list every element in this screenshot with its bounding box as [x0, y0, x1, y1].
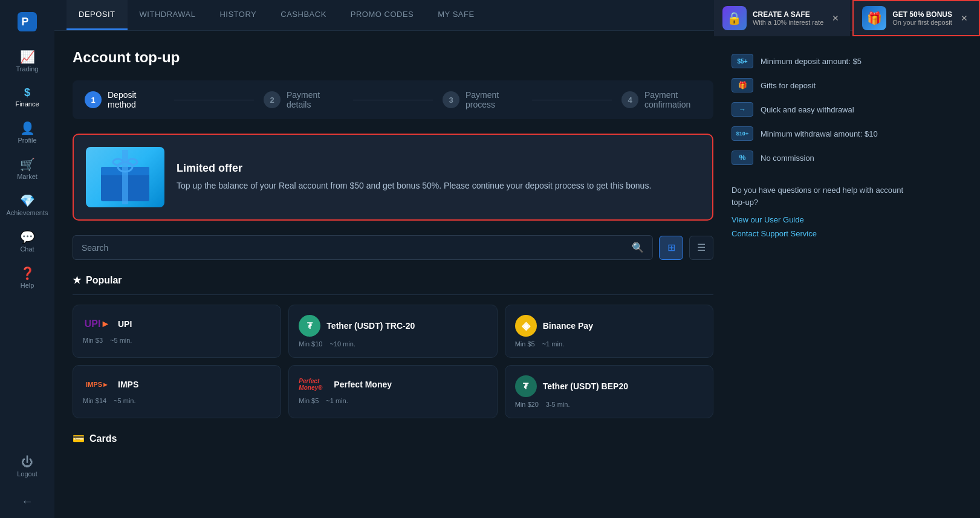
- upi-meta: Min $3 ~5 min.: [83, 337, 271, 344]
- cards-label: Cards: [89, 433, 117, 444]
- tab-promo-codes[interactable]: PROMO CODES: [339, 0, 426, 30]
- tether-bep20-name: Tether (USDT) BEP20: [543, 381, 628, 391]
- feature-gifts: 🎁 Gifts for deposit: [732, 73, 907, 97]
- method-card-upi[interactable]: UPI► UPI Min $3 ~5 min.: [73, 305, 281, 358]
- collapse-sidebar-button[interactable]: ←: [0, 485, 54, 518]
- step-4: 4 Payment confirmation: [621, 90, 701, 109]
- create-safe-notification[interactable]: 🔒 CREATE A SAFE With a 10% interest rate…: [714, 0, 850, 36]
- support-link[interactable]: Contact Support Service: [732, 229, 907, 238]
- tether-trc20-meta: Min $10 ~10 min.: [299, 340, 487, 348]
- min-withdrawal-icon: $10+: [732, 126, 753, 141]
- sidebar-item-achievements[interactable]: 💎 Achievements: [0, 187, 54, 224]
- perfect-money-logo: Perfect Money®: [299, 375, 328, 393]
- achievements-icon: 💎: [20, 195, 35, 207]
- quick-withdrawal-icon: →: [732, 102, 753, 117]
- bonus-text: GET 50% BONUS On your first deposit: [892, 10, 952, 26]
- close-bonus-button[interactable]: ✕: [958, 12, 970, 24]
- left-content: Account top-up 1 Deposit method 2 Paymen…: [73, 49, 713, 444]
- sidebar-label-help: Help: [21, 282, 34, 289]
- user-guide-link[interactable]: View our User Guide: [732, 215, 907, 224]
- bonus-icon: 🎁: [862, 6, 886, 30]
- sidebar-item-chat[interactable]: 💬 Chat: [0, 224, 54, 260]
- step-2-number: 2: [264, 91, 281, 108]
- offer-banner[interactable]: Limited offer Top up the balance of your…: [73, 134, 713, 221]
- top-notifications-bar: 🔒 CREATE A SAFE With a 10% interest rate…: [714, 0, 980, 36]
- feature-no-commission: % No commission: [732, 146, 907, 170]
- cards-section-title: 💳 Cards: [73, 433, 713, 444]
- sidebar-label-market: Market: [17, 173, 37, 180]
- sidebar-item-market[interactable]: 🛒 Market: [0, 151, 54, 187]
- profile-icon: 👤: [20, 122, 35, 134]
- tether-bep20-meta: Min $20 3-5 min.: [515, 401, 703, 408]
- method-card-binance[interactable]: ◈ Binance Pay Min $5 ~1 min.: [505, 305, 713, 358]
- search-input[interactable]: [82, 243, 626, 253]
- bonus-title: GET 50% BONUS: [892, 10, 952, 19]
- tab-history[interactable]: HISTORY: [207, 0, 268, 30]
- tether-bep20-min: Min $20: [515, 401, 539, 408]
- tether-trc20-logo: ₮: [299, 315, 320, 337]
- feature-min-deposit-label: Minimum deposit amount: $5: [761, 57, 862, 66]
- chat-icon: 💬: [20, 231, 35, 243]
- close-safe-button[interactable]: ✕: [829, 12, 842, 24]
- upi-name: UPI: [118, 319, 132, 329]
- imps-name: IMPS: [118, 380, 138, 389]
- method-card-tether-bep20[interactable]: ₮ Tether (USDT) BEP20 Min $20 3-5 min.: [505, 365, 713, 418]
- feature-gifts-label: Gifts for deposit: [761, 81, 816, 90]
- no-commission-icon: %: [732, 151, 753, 165]
- tether-trc20-time: ~10 min.: [329, 340, 355, 348]
- grid-view-button[interactable]: ⊞: [659, 236, 683, 260]
- upi-time: ~5 min.: [110, 337, 132, 344]
- sidebar-item-help[interactable]: ❓ Help: [0, 260, 54, 296]
- search-icon: 🔍: [632, 242, 644, 253]
- perfect-money-time: ~1 min.: [326, 397, 348, 404]
- binance-meta: Min $5 ~1 min.: [515, 340, 703, 348]
- sidebar-label-finance: Finance: [15, 100, 39, 108]
- create-safe-text: CREATE A SAFE With a 10% interest rate: [753, 10, 823, 26]
- popular-divider: [73, 294, 713, 295]
- payment-methods-grid: UPI► UPI Min $3 ~5 min. ₮ Tether (USDT) …: [73, 305, 713, 418]
- offer-title: Limited offer: [177, 162, 651, 175]
- step-divider-2: [353, 100, 433, 100]
- upi-logo: UPI►: [83, 315, 112, 333]
- method-perfect-header: Perfect Money® Perfect Money: [299, 375, 487, 393]
- step-divider-3: [532, 100, 612, 100]
- feature-min-withdrawal: $10+ Minimum withdrawal amount: $10: [732, 121, 907, 146]
- method-card-perfect-money[interactable]: Perfect Money® Perfect Money Min $5 ~1 m…: [288, 365, 497, 418]
- sidebar-item-logout[interactable]: ⏻ Logout: [0, 448, 54, 485]
- sidebar-item-profile[interactable]: 👤 Profile: [0, 115, 54, 151]
- method-card-tether-trc20[interactable]: ₮ Tether (USDT) TRC-20 Min $10 ~10 min.: [288, 305, 497, 358]
- imps-logo: IMPS►: [83, 375, 112, 393]
- market-icon: 🛒: [20, 158, 35, 170]
- method-card-imps[interactable]: IMPS► IMPS Min $14 ~5 min.: [73, 365, 281, 418]
- method-tether-bep-header: ₮ Tether (USDT) BEP20: [515, 375, 703, 397]
- tab-deposit[interactable]: DEPOSIT: [67, 0, 128, 30]
- right-panel: $5+ Minimum deposit amount: $5 🎁 Gifts f…: [713, 49, 907, 444]
- search-input-wrapper[interactable]: 🔍: [73, 235, 653, 260]
- offer-description: Top up the balance of your Real account …: [177, 180, 651, 192]
- method-imps-header: IMPS► IMPS: [83, 375, 271, 393]
- min-deposit-icon: $5+: [732, 54, 753, 68]
- logo[interactable]: P: [18, 6, 37, 44]
- list-view-button[interactable]: ☰: [689, 236, 713, 260]
- sidebar-item-finance[interactable]: $ Finance: [0, 80, 54, 115]
- step-1: 1 Deposit method: [85, 90, 164, 109]
- svg-rect-4: [122, 150, 128, 204]
- offer-text-block: Limited offer Top up the balance of your…: [177, 162, 651, 192]
- imps-time: ~5 min.: [114, 397, 135, 404]
- sidebar-label-profile: Profile: [18, 137, 36, 144]
- gifts-icon: 🎁: [732, 78, 753, 92]
- sidebar-item-trading[interactable]: 📈 Trading: [0, 44, 54, 80]
- tab-withdrawal[interactable]: WITHDRAWAL: [128, 0, 208, 30]
- bonus-notification[interactable]: 🎁 GET 50% BONUS On your first deposit ✕: [852, 0, 980, 36]
- binance-name: Binance Pay: [543, 321, 593, 331]
- method-binance-header: ◈ Binance Pay: [515, 315, 703, 337]
- safe-icon: 🔒: [722, 6, 747, 30]
- tether-bep20-time: 3-5 min.: [546, 401, 570, 408]
- tab-cashback[interactable]: CASHBACK: [268, 0, 339, 30]
- binance-time: ~1 min.: [542, 340, 564, 348]
- step-2-label: Payment details: [287, 90, 343, 109]
- step-3-number: 3: [443, 91, 459, 108]
- imps-min: Min $14: [83, 397, 106, 404]
- tether-trc20-min: Min $10: [299, 340, 322, 348]
- tab-my-safe[interactable]: MY SAFE: [426, 0, 486, 30]
